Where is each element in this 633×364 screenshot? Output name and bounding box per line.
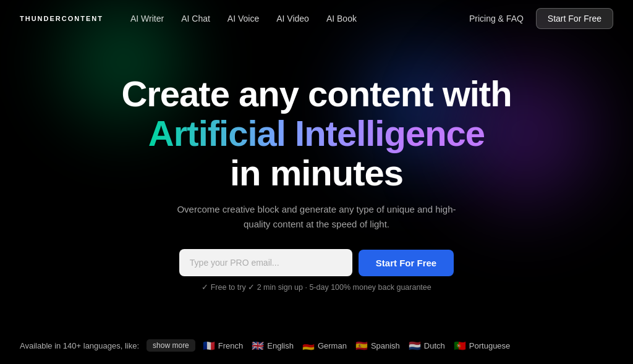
hero-section: Create any content with Artificial Intel…: [0, 37, 633, 292]
email-input[interactable]: [179, 249, 352, 276]
nav-ai-writer[interactable]: AI Writer: [123, 10, 171, 27]
logo: THUNDERCONTENT: [20, 15, 103, 22]
languages-label: Available in 140+ languages, like:: [20, 341, 139, 350]
start-for-free-hero-button[interactable]: Start For Free: [359, 250, 454, 276]
lang-list: 🇫🇷 French 🇬🇧 English 🇩🇪 German 🇪🇸 Spanis…: [203, 340, 511, 352]
lang-item-french[interactable]: 🇫🇷 French: [203, 340, 243, 352]
hero-title-line3: in minutes: [230, 153, 403, 193]
nav-ai-book[interactable]: AI Book: [319, 10, 364, 27]
french-label: French: [218, 341, 243, 350]
english-label: English: [267, 341, 294, 350]
cta-footnote: ✓ Free to try ✓ 2 min sign up · 5-day 10…: [202, 282, 431, 292]
navbar: THUNDERCONTENT AI Writer AI Chat AI Voic…: [0, 0, 633, 37]
cta-row: Start For Free: [179, 249, 454, 276]
french-flag: 🇫🇷: [203, 340, 215, 352]
show-more-button[interactable]: show more: [147, 339, 195, 352]
nav-right: Pricing & FAQ Start For Free: [469, 8, 613, 29]
portuguese-flag: 🇵🇹: [454, 340, 466, 352]
lang-item-german[interactable]: 🇩🇪 German: [302, 340, 347, 352]
german-flag: 🇩🇪: [302, 340, 315, 352]
lang-item-english[interactable]: 🇬🇧 English: [252, 340, 294, 352]
nav-links: AI Writer AI Chat AI Voice AI Video AI B…: [123, 10, 464, 27]
german-label: German: [318, 341, 347, 350]
portuguese-label: Portuguese: [469, 341, 511, 350]
lang-item-portuguese[interactable]: 🇵🇹 Portuguese: [454, 340, 511, 352]
pricing-link[interactable]: Pricing & FAQ: [469, 14, 524, 23]
english-flag: 🇬🇧: [252, 340, 264, 352]
lang-item-spanish[interactable]: 🇪🇸 Spanish: [355, 340, 400, 352]
spanish-label: Spanish: [371, 341, 400, 350]
nav-ai-video[interactable]: AI Video: [269, 10, 316, 27]
nav-ai-chat[interactable]: AI Chat: [174, 10, 218, 27]
spanish-flag: 🇪🇸: [355, 340, 368, 352]
lang-item-dutch[interactable]: 🇳🇱 Dutch: [409, 340, 445, 352]
hero-title-line1: Create any content with: [121, 74, 511, 114]
languages-bar: Available in 140+ languages, like: show …: [20, 339, 510, 352]
nav-ai-voice[interactable]: AI Voice: [220, 10, 266, 27]
hero-subtitle: Overcome creative block and generate any…: [174, 202, 459, 232]
start-for-free-nav-button[interactable]: Start For Free: [536, 8, 613, 29]
dutch-label: Dutch: [424, 341, 445, 350]
hero-title-ai: Artificial Intelligence: [148, 114, 485, 153]
dutch-flag: 🇳🇱: [409, 340, 421, 352]
